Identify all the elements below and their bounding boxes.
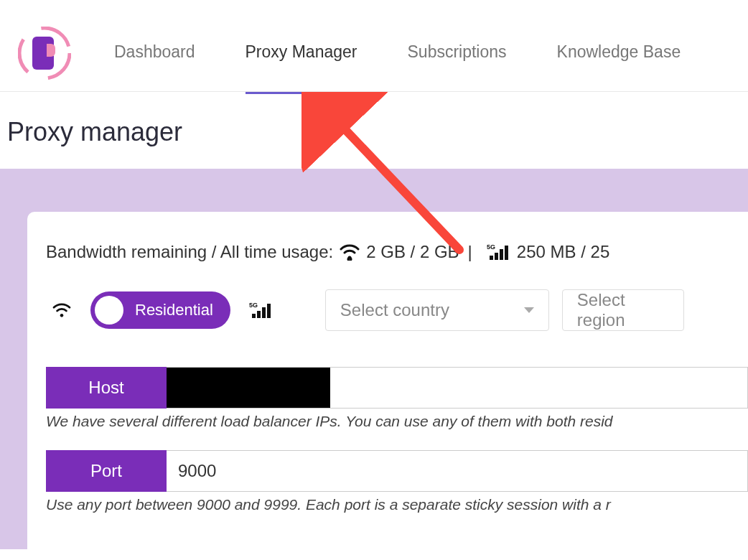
region-select[interactable]: Select region: [562, 289, 684, 331]
country-select[interactable]: Select country: [325, 289, 549, 331]
host-value[interactable]: [167, 367, 748, 409]
bandwidth-separator: |: [468, 242, 472, 262]
host-label: Host: [46, 367, 167, 409]
svg-rect-7: [495, 253, 498, 260]
bandwidth-mobile-value: 250 MB / 25: [517, 242, 609, 262]
nav-subscriptions[interactable]: Subscriptions: [408, 12, 507, 94]
bandwidth-summary: Bandwidth remaining / All time usage: 2 …: [46, 242, 748, 262]
svg-text:5G: 5G: [487, 243, 495, 251]
svg-rect-8: [500, 249, 503, 260]
svg-rect-3: [39, 44, 47, 70]
port-value[interactable]: 9000: [167, 450, 748, 492]
app-logo: [18, 27, 71, 80]
svg-rect-15: [267, 304, 271, 318]
signal-5g-icon-small: 5G: [249, 301, 274, 319]
host-help-text: We have several different load balancer …: [46, 413, 748, 430]
nav-knowledge-base[interactable]: Knowledge Base: [557, 12, 681, 94]
region-select-placeholder: Select region: [577, 290, 669, 330]
header: Dashboard Proxy Manager Subscriptions Kn…: [0, 0, 748, 92]
panel-outer: Bandwidth remaining / All time usage: 2 …: [0, 169, 748, 549]
nav-dashboard[interactable]: Dashboard: [114, 12, 195, 94]
svg-text:5G: 5G: [249, 302, 258, 309]
svg-rect-14: [262, 307, 266, 318]
page-title: Proxy manager: [0, 92, 748, 169]
nav-proxy-manager[interactable]: Proxy Manager: [246, 12, 357, 94]
svg-rect-12: [252, 314, 256, 318]
port-help-text: Use any port between 9000 and 9999. Each…: [46, 496, 748, 513]
chevron-down-icon: [524, 307, 534, 313]
bandwidth-wifi-value: 2 GB / 2 GB: [366, 242, 459, 262]
svg-rect-13: [257, 311, 261, 318]
panel-inner: Bandwidth remaining / All time usage: 2 …: [27, 212, 748, 549]
host-redacted-box: [167, 368, 330, 408]
port-label: Port: [46, 450, 167, 492]
toggle-label: Residential: [135, 301, 213, 319]
proxy-type-toggle[interactable]: Residential: [90, 291, 230, 329]
svg-rect-6: [490, 256, 493, 260]
svg-rect-9: [505, 246, 508, 260]
bandwidth-label: Bandwidth remaining / All time usage:: [46, 242, 333, 262]
wifi-icon: [339, 243, 360, 261]
wifi-icon-small: [52, 302, 72, 318]
host-field-row: Host: [46, 367, 748, 409]
controls-row: Residential 5G Select country Select reg…: [46, 289, 748, 331]
country-select-placeholder: Select country: [340, 300, 449, 320]
main-nav: Dashboard Proxy Manager Subscriptions Kn…: [114, 14, 681, 91]
signal-5g-icon: 5G: [487, 243, 511, 261]
port-field-row: Port 9000: [46, 450, 748, 492]
svg-point-4: [348, 256, 352, 260]
toggle-knob: [95, 296, 123, 325]
svg-point-10: [60, 314, 64, 317]
